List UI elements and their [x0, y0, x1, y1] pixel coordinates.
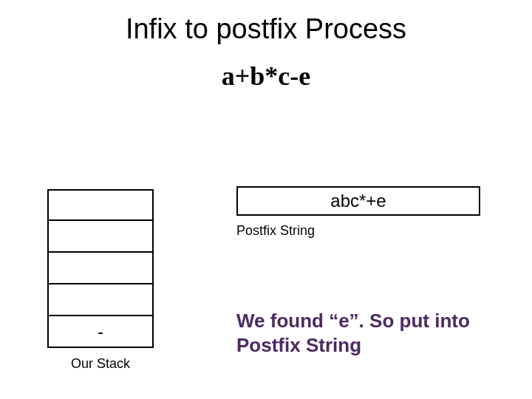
stack-cell: [47, 221, 154, 253]
stack-cell: [47, 284, 154, 316]
postfix-output-box: abc*+e: [236, 186, 480, 216]
stack-cell: -: [47, 316, 154, 348]
infix-expression: a+b*c-e: [0, 61, 532, 92]
step-explanation: We found “e”. So put into Postfix String: [236, 309, 488, 357]
stack-cell: [47, 189, 154, 221]
slide-title: Infix to postfix Process: [0, 13, 532, 45]
postfix-output-label: Postfix String: [236, 223, 315, 239]
stack-cell: [47, 253, 154, 284]
stack-label: Our Stack: [47, 356, 154, 372]
stack-diagram: -: [47, 189, 154, 348]
